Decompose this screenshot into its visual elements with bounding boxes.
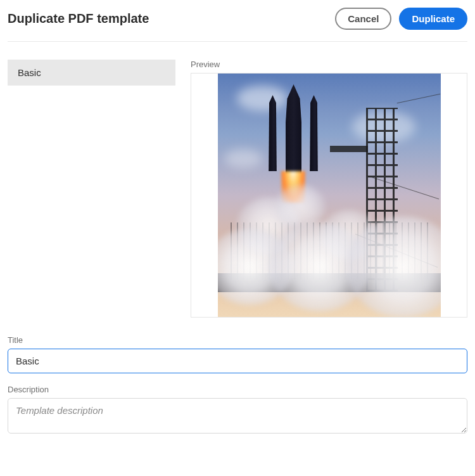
template-list-item-label: Basic: [18, 67, 41, 78]
template-list-item[interactable]: Basic: [8, 60, 175, 86]
content-row: Basic Preview: [8, 60, 467, 318]
title-label: Title: [8, 335, 467, 345]
dialog-actions: Cancel Duplicate: [335, 8, 467, 30]
title-form-group: Title: [8, 335, 467, 373]
description-form-group: Description: [8, 385, 467, 436]
dialog-title: Duplicate PDF template: [8, 11, 149, 26]
preview-box: [191, 73, 467, 318]
description-textarea[interactable]: [8, 398, 467, 434]
description-label: Description: [8, 385, 467, 394]
dialog-header: Duplicate PDF template Cancel Duplicate: [8, 8, 467, 42]
template-list: Basic: [8, 60, 175, 318]
duplicate-button[interactable]: Duplicate: [399, 8, 467, 30]
cancel-button[interactable]: Cancel: [335, 8, 391, 30]
title-input[interactable]: [8, 349, 467, 373]
preview-image: [218, 73, 441, 318]
preview-section: Preview: [191, 60, 467, 318]
preview-label: Preview: [191, 60, 467, 69]
